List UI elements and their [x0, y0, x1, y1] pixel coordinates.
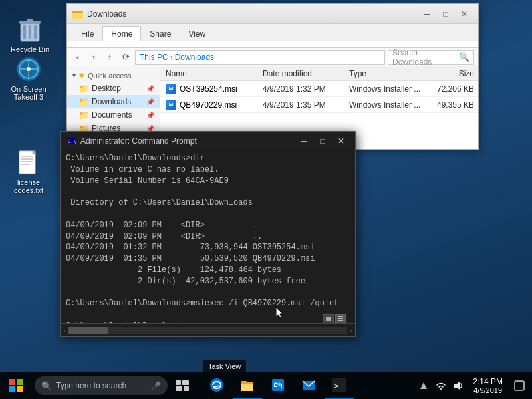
close-button[interactable]: ✕ [456, 7, 473, 21]
svg-rect-26 [17, 379, 23, 385]
ribbon-tab-view[interactable]: View [180, 26, 214, 41]
qb-size: 49,355 KB [425, 100, 478, 110]
maximize-button[interactable]: □ [437, 7, 454, 21]
forward-button[interactable]: › [87, 51, 100, 64]
view-mode-1[interactable] [323, 314, 334, 323]
on-screen-takeoff-icon[interactable]: On-Screen Takeoff 3 [5, 53, 52, 104]
system-clock[interactable]: 2:14 PM 4/9/2019 [467, 372, 508, 399]
recycle-bin-label: Recycle Bin [11, 45, 49, 53]
file-explorer-icon [239, 377, 255, 393]
svg-rect-12 [33, 151, 35, 154]
taskbar-mail[interactable] [294, 372, 323, 399]
license-codes-icon[interactable]: license codes.txt [5, 146, 52, 197]
cmd-maximize-button[interactable]: □ [314, 134, 331, 148]
quick-access-label: Quick access [88, 72, 131, 80]
scroll-thumb [68, 327, 108, 334]
network-icon[interactable] [433, 372, 449, 399]
col-header-modified[interactable]: Date modified [259, 69, 345, 78]
svg-text:>_: >_ [334, 382, 344, 390]
pin-icon3: 📌 [146, 112, 154, 119]
on-screen-takeoff-label: On-Screen Takeoff 3 [8, 85, 49, 101]
nav-item-documents-label: Documents [92, 110, 132, 120]
volume-icon[interactable] [450, 372, 466, 399]
cmd-minimize-button[interactable]: ─ [295, 134, 313, 148]
qb-filename: QB4970229.msi [180, 100, 237, 110]
file-name-qb: M QB4970229.msi [160, 100, 259, 110]
microphone-icon: 🎤 [150, 381, 161, 391]
ribbon-tab-share[interactable]: Share [141, 26, 180, 41]
taskbar-search[interactable]: 🔍 Type here to search 🎤 [35, 376, 168, 395]
address-bar: ‹ › ↑ ⟳ This PC › Downloads Search Downl… [67, 48, 478, 66]
cmd-scrollbar-horizontal[interactable]: ‹ › [61, 323, 355, 336]
start-button[interactable] [0, 372, 32, 399]
nav-item-documents[interactable]: 📁 Documents 📌 [67, 108, 160, 122]
search-icon: 🔍 [459, 52, 469, 62]
breadcrumb-downloads: Downloads [175, 53, 214, 62]
svg-rect-1 [23, 25, 26, 39]
cmd-body[interactable]: C:\Users\Daniel\Downloads>dir Volume in … [61, 150, 355, 323]
file-row-qb[interactable]: M QB4970229.msi 4/9/2019 1:35 PM Windows… [160, 97, 478, 113]
file-row-ost[interactable]: M OST395254.msi 4/9/2019 1:32 PM Windows… [160, 81, 478, 97]
svg-text:🛍: 🛍 [273, 380, 283, 390]
col-header-name[interactable]: Name [160, 69, 259, 78]
taskview-popup-label: Task View [208, 362, 241, 370]
nav-item-desktop[interactable]: 📁 Desktop 📌 [67, 82, 160, 95]
nav-item-downloads[interactable]: 📁 Downloads 📌 [67, 95, 160, 108]
pin-icon: 📌 [146, 85, 154, 92]
ost-size: 72,206 KB [425, 84, 478, 94]
taskview-button[interactable] [168, 372, 197, 399]
ribbon-tabs: File Home Share View [67, 24, 478, 41]
address-path[interactable]: This PC › Downloads [135, 50, 385, 65]
taskbar: 🔍 Type here to search 🎤 [0, 372, 532, 399]
scroll-left-arrow[interactable]: ‹ [63, 327, 66, 334]
col-header-size[interactable]: Size [425, 69, 478, 78]
cortana-icon: 🔍 [41, 381, 52, 391]
svg-rect-28 [17, 386, 23, 392]
ribbon-tab-home[interactable]: Home [102, 26, 141, 42]
taskbar-cmd[interactable]: >_ [325, 372, 354, 399]
window-controls: ─ □ ✕ [418, 7, 473, 21]
back-button[interactable]: ‹ [71, 51, 84, 64]
ribbon-tab-file[interactable]: File [72, 26, 102, 41]
qb-msi-icon: M [166, 100, 176, 110]
cmd-title-text: Administrator: Command Prompt [80, 136, 295, 146]
svg-rect-36 [241, 381, 247, 384]
file-list-header: Name Date modified Type Size [160, 66, 478, 81]
recycle-bin-icon[interactable]: Recycle Bin [7, 13, 53, 56]
svg-rect-32 [184, 386, 189, 391]
cmd-window: C:\ Administrator: Command Prompt ─ □ ✕ … [60, 131, 356, 337]
view-mode-2[interactable] [335, 314, 346, 323]
cmd-close-button[interactable]: ✕ [332, 134, 350, 148]
svg-rect-20 [72, 11, 77, 13]
explorer-title-text: Downloads [87, 9, 418, 19]
taskbar-explorer[interactable] [233, 372, 262, 399]
col-header-type[interactable]: Type [345, 69, 425, 78]
notification-center-button[interactable] [509, 372, 529, 399]
minimize-button[interactable]: ─ [418, 7, 436, 21]
scroll-right-arrow[interactable]: › [350, 327, 352, 334]
taskbar-store[interactable]: 🛍 [263, 372, 293, 399]
svg-rect-31 [176, 386, 182, 391]
svg-rect-11 [19, 151, 35, 174]
svg-rect-29 [176, 380, 181, 385]
explorer-title-icon [72, 9, 83, 19]
license-codes-label: license codes.txt [8, 178, 49, 194]
clock-date: 4/9/2019 [473, 386, 502, 394]
search-box[interactable]: Search Downloads 🔍 [388, 50, 474, 65]
svg-rect-44 [515, 381, 524, 390]
cmd-content: C:\Users\Daniel\Downloads>dir Volume in … [66, 153, 350, 323]
ost-filename: OST395254.msi [180, 84, 237, 94]
refresh-button[interactable]: ⟳ [119, 51, 132, 64]
clock-time: 2:14 PM [473, 377, 503, 386]
svg-rect-19 [72, 13, 83, 19]
tray-arrow-icon[interactable] [416, 372, 432, 399]
taskbar-edge[interactable] [202, 372, 231, 399]
quick-access-header[interactable]: ▾ ★ Quick access [67, 69, 160, 82]
svg-marker-42 [420, 382, 427, 389]
documents-folder-icon: 📁 [79, 110, 88, 120]
qb-type: Windows Installer ... [345, 100, 425, 110]
nav-item-desktop-label: Desktop [92, 84, 121, 93]
scroll-track[interactable] [68, 327, 348, 334]
edge-icon [209, 377, 225, 393]
up-button[interactable]: ↑ [103, 51, 116, 64]
